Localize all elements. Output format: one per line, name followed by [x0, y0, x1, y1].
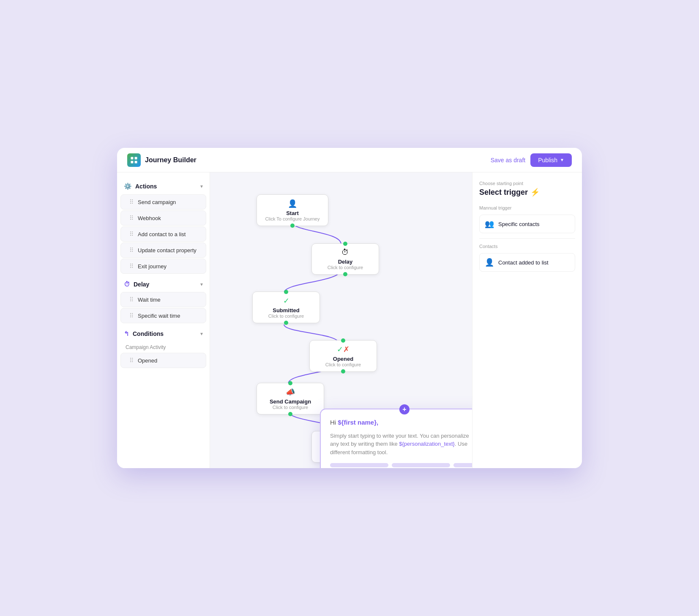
main-layout: ⚙️ Actions ▾ ⠿ Send campaign ⠿ Webhook ⠿…	[117, 172, 582, 468]
logo-icon	[127, 153, 141, 167]
submitted-node[interactable]: ✓ Submitted Click to configure	[252, 292, 320, 323]
email-editor-card: + Hi ${first name}, Simply start typing …	[320, 409, 472, 468]
sidebar-item-webhook[interactable]: ⠿ Webhook	[120, 210, 206, 226]
send-campaign-node-title: Send Campaign	[264, 398, 317, 405]
actions-icon: ⚙️	[124, 183, 132, 190]
delay-node-dot	[343, 272, 347, 276]
sidebar-item-opened[interactable]: ⠿ Opened	[120, 353, 206, 368]
delay-label: Delay	[134, 281, 149, 288]
delay-node-subtitle: Click to configure	[319, 265, 372, 270]
delay-node-icon: ⏱	[319, 248, 372, 257]
submitted-node-top-dot	[284, 290, 288, 294]
delay-chevron-icon: ▾	[200, 281, 203, 287]
header-actions: Save as draft Publish ▼	[491, 153, 572, 167]
right-panel-title: Select trigger ⚡	[479, 188, 575, 197]
opened-label: Opened	[138, 357, 157, 364]
publish-label: Publish	[538, 157, 557, 164]
save-draft-button[interactable]: Save as draft	[491, 157, 526, 164]
personalization-variable: ${personalization_text}	[399, 441, 455, 447]
update-contact-label: Update contact property	[138, 247, 197, 253]
opened-node-icon: ✓✗	[317, 345, 370, 354]
placeholder-bar-3	[453, 463, 472, 467]
opened-node[interactable]: ✓✗ Opened Click to configure	[309, 340, 377, 372]
right-panel: Choose starting point Select trigger ⚡ M…	[472, 172, 582, 468]
app-title: Journey Builder	[145, 156, 197, 164]
sidebar-section-conditions: ↰ Conditions ▾ Campaign Activity ⠿ Opene…	[117, 327, 210, 368]
start-node-title: Start	[264, 210, 321, 216]
exit-journey-label: Exit journey	[138, 263, 167, 270]
sidebar-item-specific-wait[interactable]: ⠿ Specific wait time	[120, 308, 206, 323]
sidebar-item-update-contact[interactable]: ⠿ Update contact property	[120, 243, 206, 258]
drag-icon: ⠿	[129, 357, 134, 364]
actions-section-header[interactable]: ⚙️ Actions ▾	[117, 179, 210, 194]
specific-wait-label: Specific wait time	[138, 313, 180, 319]
send-campaign-label: Send campaign	[138, 199, 176, 205]
svg-rect-0	[131, 157, 134, 159]
svg-rect-1	[135, 157, 137, 159]
delay-node-title: Delay	[319, 259, 372, 265]
conditions-icon: ↰	[124, 330, 129, 338]
publish-button[interactable]: Publish ▼	[530, 153, 572, 167]
sidebar-item-add-contact[interactable]: ⠿ Add contact to a list	[120, 226, 206, 242]
publish-chevron-icon: ▼	[560, 158, 564, 162]
drag-icon: ⠿	[129, 247, 134, 253]
svg-rect-3	[135, 161, 137, 163]
email-card-body: Simply start typing to write your text. …	[330, 432, 472, 457]
add-contact-label: Add contact to a list	[138, 231, 186, 237]
contact-added-option[interactable]: 👤 Contact added to list	[479, 253, 575, 272]
specific-contacts-icon: 👥	[485, 219, 494, 229]
specific-contacts-option[interactable]: 👥 Specific contacts	[479, 215, 575, 233]
submitted-node-icon: ✓	[259, 296, 313, 305]
first-name-variable: ${first name},	[338, 419, 378, 426]
drag-icon: ⠿	[129, 215, 134, 221]
sidebar-section-delay: ⏱ Delay ▾ ⠿ Wait time ⠿ Specific wait ti…	[117, 277, 210, 323]
opened-node-top-dot	[341, 338, 345, 343]
canvas: 👤 Start Click To configure Journey ⏱ Del…	[210, 172, 472, 468]
email-card-plus-top[interactable]: +	[399, 404, 410, 414]
conditions-chevron-icon: ▾	[200, 331, 203, 337]
contact-added-icon: 👤	[485, 258, 494, 267]
webhook-label: Webhook	[138, 215, 161, 221]
send-campaign-node-icon: 📣	[264, 387, 317, 397]
trigger-section-divider	[479, 238, 575, 239]
email-card-footer	[330, 463, 472, 467]
drag-icon: ⠿	[129, 199, 134, 205]
sidebar-section-actions: ⚙️ Actions ▾ ⠿ Send campaign ⠿ Webhook ⠿…	[117, 179, 210, 274]
drag-icon: ⠿	[129, 231, 134, 237]
start-node-dot	[290, 224, 295, 228]
start-node[interactable]: 👤 Start Click To configure Journey	[257, 194, 328, 226]
delay-icon: ⏱	[124, 281, 130, 288]
header: Journey Builder Save as draft Publish ▼	[117, 148, 582, 172]
app-container: Journey Builder Save as draft Publish ▼ …	[117, 148, 582, 468]
send-campaign-node-dot	[288, 412, 292, 416]
sidebar: ⚙️ Actions ▾ ⠿ Send campaign ⠿ Webhook ⠿…	[117, 172, 210, 468]
delay-node[interactable]: ⏱ Delay Click to configure	[311, 243, 379, 275]
conditions-label: Conditions	[133, 330, 164, 337]
delay-section-header[interactable]: ⏱ Delay ▾	[117, 277, 210, 291]
drag-icon: ⠿	[129, 263, 134, 270]
wait-time-label: Wait time	[138, 297, 161, 303]
specific-contacts-label: Specific contacts	[498, 221, 540, 227]
placeholder-bar-2	[392, 463, 450, 467]
send-campaign-node-subtitle: Click to configure	[264, 405, 317, 410]
submitted-node-title: Submitted	[259, 307, 313, 313]
header-left: Journey Builder	[127, 153, 197, 167]
sidebar-item-exit-journey[interactable]: ⠿ Exit journey	[120, 259, 206, 274]
sidebar-item-send-campaign[interactable]: ⠿ Send campaign	[120, 194, 206, 210]
send-campaign-node[interactable]: 📣 Send Campaign Click to configure	[257, 383, 324, 414]
conditions-section-header[interactable]: ↰ Conditions ▾	[117, 327, 210, 341]
campaign-activity-label: Campaign Activity	[117, 341, 210, 352]
actions-chevron-icon: ▾	[200, 183, 203, 189]
send-campaign-node-top-dot	[288, 381, 292, 385]
drag-icon: ⠿	[129, 296, 134, 303]
actions-label: Actions	[135, 183, 157, 190]
opened-node-subtitle: Click to configure	[317, 362, 370, 367]
select-trigger-label: Select trigger	[479, 188, 528, 197]
hi-text: Hi	[330, 419, 338, 426]
sidebar-item-wait-time[interactable]: ⠿ Wait time	[120, 292, 206, 307]
drag-icon: ⠿	[129, 312, 134, 319]
submitted-node-subtitle: Click to configure	[259, 313, 313, 319]
opened-node-title: Opened	[317, 356, 370, 362]
contacts-label: Contacts	[479, 244, 575, 249]
submitted-node-dot	[284, 321, 288, 325]
